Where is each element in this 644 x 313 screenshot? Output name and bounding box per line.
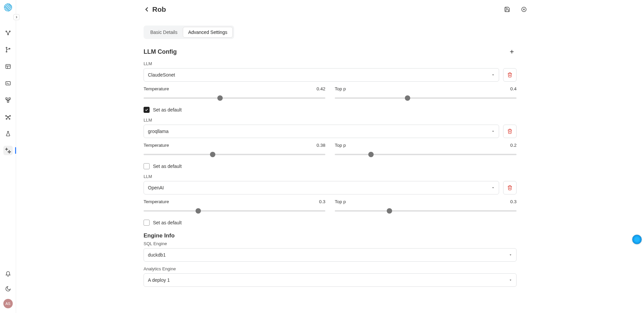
- graph-icon: [5, 114, 11, 120]
- save-icon: [504, 6, 510, 12]
- engine-info-title: Engine Info: [144, 232, 517, 239]
- sidebar-bottom: AS: [3, 269, 13, 308]
- llm-select[interactable]: groqllama: [144, 125, 499, 138]
- bell-icon: [5, 271, 11, 277]
- llm-label: LLM: [144, 61, 517, 66]
- trash-icon: [507, 129, 513, 134]
- back-button[interactable]: [144, 6, 152, 13]
- svg-point-15: [5, 116, 6, 117]
- topp-slider[interactable]: [335, 152, 517, 157]
- delete-llm-button[interactable]: [503, 125, 517, 138]
- user-avatar[interactable]: AS: [3, 299, 13, 308]
- topp-label: Top p: [335, 199, 346, 204]
- temperature-label: Temperature: [144, 86, 169, 91]
- set-default-checkbox[interactable]: [144, 220, 150, 226]
- llm-config-block: LLM ClaudeSonet Temperature 0.42: [144, 61, 517, 113]
- help-floating-button[interactable]: [632, 234, 642, 244]
- llm-config-block: LLM OpenAI Temperature 0.3: [144, 174, 517, 226]
- caret-down-icon: [491, 73, 495, 77]
- topp-slider[interactable]: [335, 208, 517, 214]
- close-button[interactable]: [519, 5, 529, 14]
- sidebar-nav: [3, 28, 13, 155]
- schema-icon: [5, 97, 11, 103]
- cluster-icon: [5, 30, 11, 36]
- svg-marker-28: [510, 280, 512, 281]
- temperature-value: 0.38: [317, 143, 325, 148]
- layout-icon: [5, 63, 11, 70]
- sidebar-item-notifications[interactable]: [3, 269, 13, 279]
- llm-config-header: LLM Config: [144, 47, 517, 56]
- temperature-label: Temperature: [144, 199, 169, 204]
- set-default-label: Set as default: [153, 220, 182, 225]
- branch-icon: [5, 47, 11, 53]
- topp-label: Top p: [335, 86, 346, 91]
- llm-select[interactable]: ClaudeSonet: [144, 68, 499, 82]
- chevron-left-icon: [144, 6, 150, 13]
- svg-point-2: [7, 34, 8, 35]
- caret-down-icon: [491, 130, 495, 133]
- analytics-engine-label: Analytics Engine: [144, 266, 517, 271]
- delete-llm-button[interactable]: [503, 181, 517, 194]
- set-default-checkbox[interactable]: [144, 163, 150, 169]
- analytics-engine-value: A deploy 1: [148, 277, 170, 283]
- delete-llm-button[interactable]: [503, 68, 517, 82]
- set-default-label: Set as default: [153, 164, 182, 169]
- sidebar-item-cluster[interactable]: [3, 28, 13, 38]
- sidebar-item-theme[interactable]: [3, 284, 13, 294]
- sparkle-icon: [5, 147, 11, 153]
- plus-icon: [509, 49, 515, 54]
- svg-rect-9: [6, 82, 10, 85]
- sidebar-item-schema[interactable]: [3, 95, 13, 105]
- llm-select[interactable]: OpenAI: [144, 181, 499, 194]
- caret-down-icon: [491, 186, 495, 189]
- sidebar-item-layout[interactable]: [3, 62, 13, 71]
- svg-marker-25: [492, 131, 494, 132]
- sidebar-item-branch[interactable]: [3, 45, 13, 54]
- svg-rect-12: [9, 98, 10, 99]
- llm-select-value: groqllama: [148, 129, 168, 134]
- trash-icon: [507, 72, 513, 78]
- svg-point-3: [6, 47, 7, 48]
- sidebar: AS: [0, 0, 16, 313]
- topbar: Rob: [16, 0, 644, 19]
- sidebar-item-graph[interactable]: [3, 112, 13, 122]
- sql-engine-value: duckdb1: [148, 252, 166, 258]
- llm-config-title: LLM Config: [144, 48, 177, 55]
- svg-marker-24: [492, 75, 494, 76]
- trash-icon: [507, 185, 513, 190]
- llm-label: LLM: [144, 118, 517, 123]
- llm-label: LLM: [144, 174, 517, 179]
- svg-marker-26: [492, 187, 494, 188]
- sidebar-item-terminal[interactable]: [3, 79, 13, 88]
- temperature-slider[interactable]: [144, 95, 325, 101]
- main-content: Rob Basic Details Advanced Settings LLM …: [16, 0, 644, 313]
- llm-config-block: LLM groqllama Temperature 0.38: [144, 118, 517, 169]
- chevron-right-icon: [15, 15, 18, 19]
- set-default-checkbox[interactable]: [144, 107, 150, 113]
- analytics-engine-select[interactable]: A deploy 1: [144, 273, 517, 287]
- sql-engine-select[interactable]: duckdb1: [144, 248, 517, 262]
- page-title: Rob: [152, 5, 166, 13]
- save-button[interactable]: [502, 5, 512, 14]
- temperature-value: 0.42: [317, 86, 325, 91]
- topp-slider[interactable]: [335, 95, 517, 101]
- sidebar-item-sparkle[interactable]: [3, 146, 13, 155]
- llm-select-value: ClaudeSonet: [148, 72, 175, 78]
- caret-down-icon: [509, 278, 512, 282]
- add-llm-button[interactable]: [507, 47, 517, 56]
- svg-point-16: [9, 116, 10, 117]
- topp-value: 0.4: [510, 86, 517, 91]
- terminal-icon: [5, 80, 11, 86]
- set-default-label: Set as default: [153, 107, 182, 113]
- temperature-slider[interactable]: [144, 208, 325, 214]
- sidebar-item-experiment[interactable]: [3, 129, 13, 138]
- app-logo[interactable]: [4, 3, 12, 11]
- tab-advanced-settings[interactable]: Advanced Settings: [183, 27, 233, 38]
- temperature-slider[interactable]: [144, 152, 325, 157]
- temperature-value: 0.3: [319, 199, 325, 204]
- llm-select-value: OpenAI: [148, 185, 164, 190]
- tab-basic-details[interactable]: Basic Details: [145, 27, 183, 38]
- svg-point-14: [7, 117, 8, 118]
- topp-value: 0.2: [510, 143, 517, 148]
- sidebar-expand-button[interactable]: [13, 14, 19, 20]
